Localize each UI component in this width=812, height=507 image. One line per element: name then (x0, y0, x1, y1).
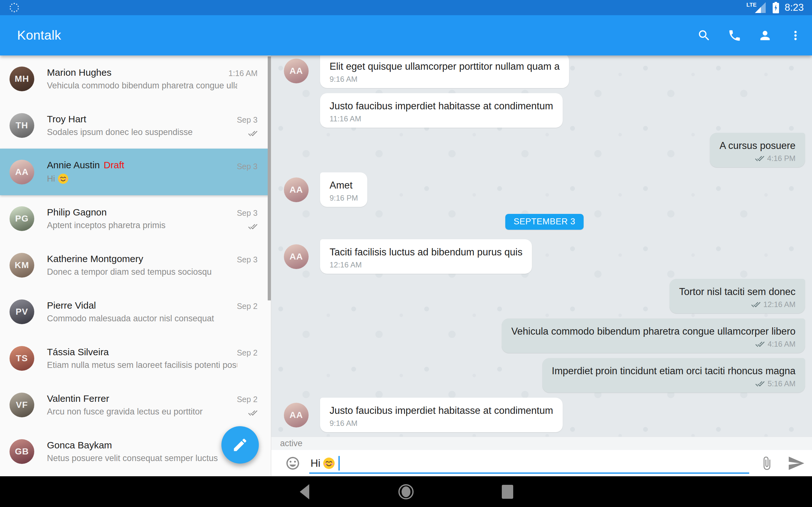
emoji-picker-icon[interactable] (285, 456, 300, 471)
incoming-message-bubble[interactable]: Elit eget quisque ullamcorper porttitor … (320, 55, 569, 88)
delivered-checks-icon (751, 300, 761, 309)
message-time: 12:16 AM (763, 299, 796, 309)
message-time: 9:16 AM (329, 74, 560, 84)
contact-name: Katherine Montgomery (47, 253, 143, 264)
sync-spinner-icon (9, 3, 19, 12)
nav-back-button[interactable] (279, 476, 330, 507)
message-text: Justo faucibus imperdiet habitasse at co… (329, 100, 553, 112)
outgoing-message-bubble[interactable]: Imperdiet proin tincidunt etiam orci tac… (542, 358, 805, 393)
conversation-list-panel: MH Marion Hughes Vehicula commodo bibend… (0, 55, 271, 476)
conversation-list-item[interactable]: PV Pierre Vidal Commodo malesuada auctor… (0, 288, 271, 335)
conversation-time: Sep 2 (237, 302, 258, 311)
outgoing-message-row: A cursus posuere 4:16 PM (284, 133, 805, 167)
outgoing-message-row: Tortor nisl taciti sem donec 12:16 AM (284, 279, 805, 314)
contact-name: Pierre Vidal (47, 300, 96, 311)
message-input[interactable]: Hi (310, 456, 340, 470)
message-text: Vehicula commodo bibendum pharetra congu… (511, 325, 796, 338)
outgoing-message-row: Imperdiet proin tincidunt etiam orci tac… (284, 358, 805, 393)
conversation-time: Sep 3 (237, 209, 258, 218)
message-preview: Hi (47, 173, 124, 184)
contact-avatar[interactable]: KM (9, 253, 34, 278)
message-composer: Hi (271, 450, 812, 476)
message-text: Amet (329, 179, 358, 192)
conversation-list-item[interactable]: VF Valentin Ferrer Arcu non fusce gravid… (0, 382, 271, 428)
contact-avatar[interactable]: TS (9, 346, 34, 371)
message-preview: Donec a tempor diam sed tempus sociosqu (47, 267, 212, 277)
date-separator-row: SEPTEMBER 3 (284, 214, 805, 230)
message-preview: Etiam nulla metus sem laoreet facilisis … (47, 360, 237, 370)
message-preview: Arcu non fusce gravida lectus eu porttit… (47, 407, 203, 417)
contact-name: Valentin Ferrer (47, 393, 109, 404)
contact-avatar[interactable]: AA (284, 244, 309, 269)
contact-avatar[interactable]: GB (9, 439, 34, 464)
delivered-checks-icon (755, 379, 765, 389)
message-preview: Commodo malesuada auctor nisl consequat (47, 314, 214, 324)
incoming-message-bubble[interactable]: Amet 9:16 PM (320, 172, 367, 207)
input-underline (309, 472, 749, 474)
incoming-message-row: Justo faucibus imperdiet habitasse at co… (284, 93, 805, 128)
contact-avatar[interactable]: AA (284, 177, 309, 202)
home-icon (398, 484, 414, 499)
conversation-list-item[interactable]: AA Annie Austin Draft Hi Sep 3 (0, 149, 271, 195)
conversation-list-item[interactable]: MH Marion Hughes Vehicula commodo bibend… (0, 55, 271, 102)
conversation-list-item[interactable]: KM Katherine Montgomery Donec a tempor d… (0, 242, 271, 288)
conversation-time: Sep 3 (237, 115, 258, 124)
conversation-list-item[interactable]: PG Philip Gagnon Aptent inceptos pharetr… (0, 195, 271, 242)
smiling-emoji-icon (58, 173, 68, 184)
compose-fab-button[interactable] (221, 426, 259, 464)
delivered-checks-icon (755, 154, 764, 163)
outgoing-message-bubble[interactable]: Vehicula commodo bibendum pharetra congu… (502, 319, 805, 353)
contact-avatar[interactable]: VF (9, 393, 34, 417)
message-time: 5:16 AM (768, 379, 796, 389)
contact-avatar[interactable]: PG (9, 206, 34, 231)
list-scrollbar[interactable] (268, 56, 271, 300)
message-text: Elit eget quisque ullamcorper porttitor … (329, 60, 560, 73)
contact-avatar[interactable]: AA (9, 160, 34, 184)
message-preview: Aptent inceptos pharetra primis (47, 221, 165, 230)
contact-avatar[interactable]: AA (284, 59, 309, 83)
conversation-list-item[interactable]: TS Tássia Silveira Etiam nulla metus sem… (0, 335, 271, 382)
person-icon[interactable] (758, 29, 772, 43)
contact-avatar[interactable]: AA (284, 403, 309, 428)
incoming-message-bubble[interactable]: Taciti facilisis luctus ad bibendum puru… (320, 239, 532, 274)
battery-charging-icon (773, 2, 779, 13)
message-text: Imperdiet proin tincidunt etiam orci tac… (552, 364, 796, 377)
draft-text: Hi (310, 457, 320, 469)
outgoing-message-row: Vehicula commodo bibendum pharetra congu… (284, 319, 805, 353)
app-bar: Kontalk (0, 15, 812, 55)
message-text: Tortor nisl taciti sem donec (679, 285, 796, 298)
outgoing-message-bubble[interactable]: Tortor nisl taciti sem donec 12:16 AM (670, 279, 805, 314)
phone-icon[interactable] (728, 29, 742, 43)
attach-file-icon[interactable] (759, 456, 774, 470)
contact-avatar[interactable]: PV (9, 299, 34, 324)
search-icon[interactable] (697, 29, 711, 43)
incoming-message-bubble[interactable]: Justo faucibus imperdiet habitasse at co… (320, 93, 563, 128)
delivered-checks-icon (248, 408, 258, 418)
conversation-list: MH Marion Hughes Vehicula commodo bibend… (0, 55, 271, 475)
nav-home-button[interactable] (380, 476, 432, 507)
text-cursor (339, 456, 340, 470)
contact-avatar[interactable]: MH (9, 66, 34, 91)
delivered-checks-icon (248, 222, 258, 231)
app-title: Kontalk (17, 28, 61, 43)
outgoing-message-bubble[interactable]: A cursus posuere 4:16 PM (710, 133, 805, 167)
contact-name: Annie Austin (47, 160, 100, 170)
conversation-list-item[interactable]: TH Troy Hart Sodales ipsum donec leo sus… (0, 102, 271, 149)
conversation-time: 1:16 AM (229, 69, 258, 78)
nav-recents-button[interactable] (482, 476, 533, 507)
presence-status: active (280, 439, 303, 448)
contact-avatar[interactable]: TH (9, 113, 34, 138)
incoming-message-row: AA Elit eget quisque ullamcorper porttit… (284, 55, 805, 88)
delivered-checks-icon (248, 129, 258, 138)
message-preview: Sodales ipsum donec leo suspendisse (47, 127, 193, 137)
draft-label: Draft (104, 160, 124, 170)
incoming-message-bubble[interactable]: Justo faucibus imperdiet habitasse at co… (320, 398, 563, 432)
back-icon (300, 484, 309, 499)
contact-name: Troy Hart (47, 114, 86, 124)
chat-panel: 4:16 AM AA Elit eget quisque ullamcorper… (271, 55, 812, 476)
kontalk-app-screen: LTE 8:23 Kontalk MH (0, 0, 812, 507)
send-icon[interactable] (787, 454, 805, 472)
conversation-time: Sep 3 (237, 162, 258, 171)
conversation-time: Sep 2 (237, 395, 258, 404)
overflow-menu-icon[interactable] (789, 29, 803, 43)
